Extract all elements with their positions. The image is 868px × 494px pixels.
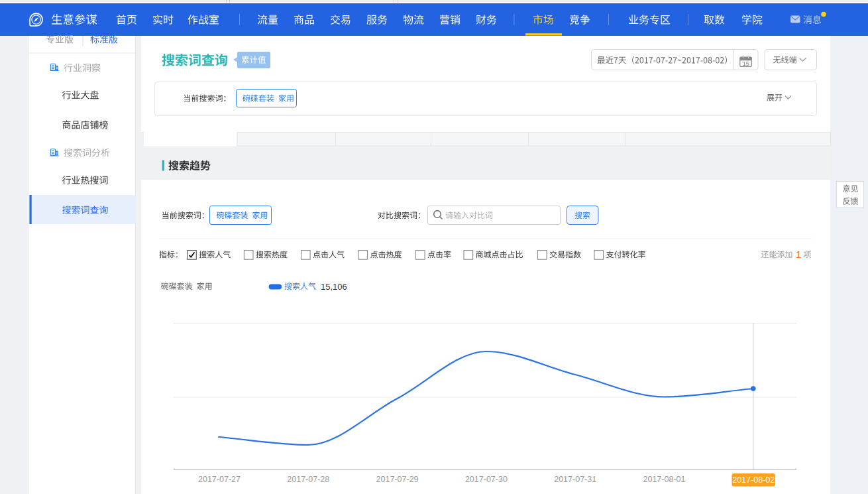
- svg-text:15: 15: [743, 60, 749, 67]
- svg-text:2017-07-28: 2017-07-28: [287, 475, 329, 484]
- svg-text:2017-08-02: 2017-08-02: [732, 475, 775, 485]
- svg-text:2017-07-29: 2017-07-29: [376, 475, 419, 484]
- svg-text:2017-07-30: 2017-07-30: [465, 475, 508, 484]
- svg-text:2017-08-01: 2017-08-01: [643, 475, 686, 484]
- svg-text:2017-07-31: 2017-07-31: [554, 475, 596, 484]
- svg-text:1: 1: [796, 249, 801, 260]
- svg-text:2017-07-27: 2017-07-27: [198, 475, 241, 484]
- svg-text:15,106: 15,106: [321, 282, 347, 292]
